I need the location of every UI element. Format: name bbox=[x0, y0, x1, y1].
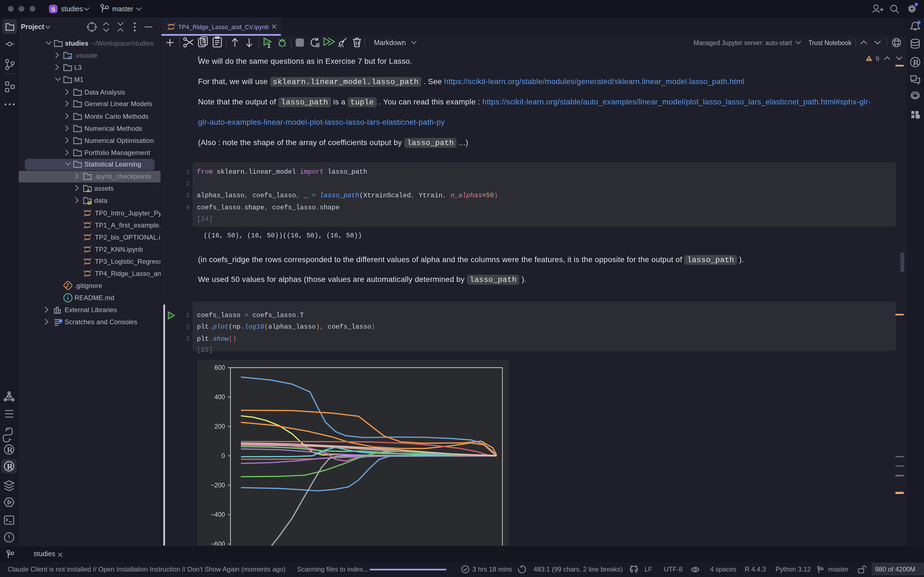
svg-text:R: R bbox=[913, 58, 919, 67]
svg-text:9: 9 bbox=[876, 55, 879, 62]
svg-text:0: 0 bbox=[221, 452, 225, 459]
svg-text:Trust Notebook: Trust Notebook bbox=[809, 39, 852, 46]
svg-text:−200: −200 bbox=[211, 482, 225, 489]
svg-text:R: R bbox=[7, 445, 13, 454]
svg-text:master: master bbox=[112, 5, 133, 13]
svg-text:600: 600 bbox=[215, 364, 225, 371]
svg-text:Managed Jupyter server: auto-s: Managed Jupyter server: auto-start bbox=[693, 39, 792, 46]
svg-text:400: 400 bbox=[215, 393, 225, 401]
svg-text:200: 200 bbox=[215, 423, 225, 430]
svg-text:Markdown: Markdown bbox=[374, 39, 405, 46]
svg-text:studies: studies bbox=[61, 5, 83, 13]
svg-text:−400: −400 bbox=[211, 511, 225, 518]
svg-text:R: R bbox=[7, 462, 13, 471]
svg-text:S: S bbox=[51, 6, 55, 12]
svg-text:−600: −600 bbox=[211, 540, 225, 546]
